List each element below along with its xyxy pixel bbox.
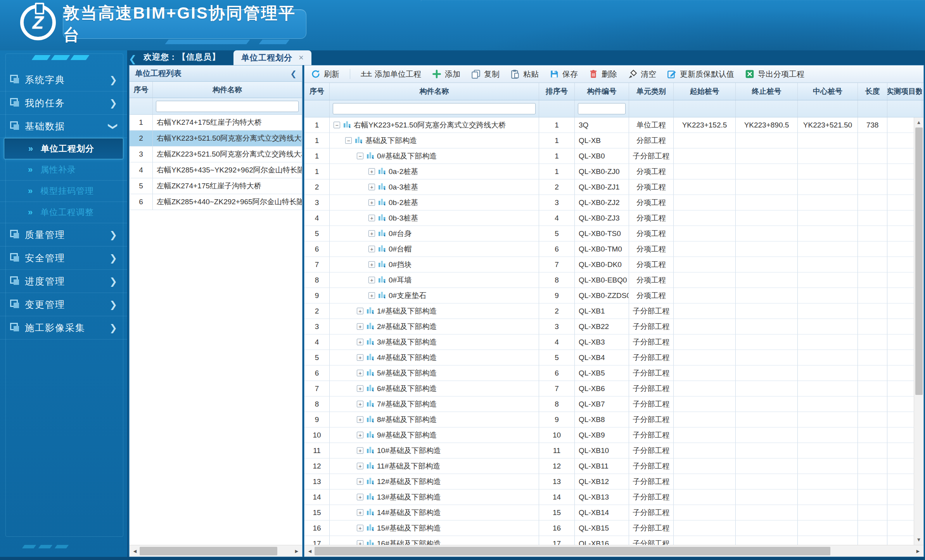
grid-column-header-终止桩号[interactable]: 终止桩号 xyxy=(736,83,798,100)
grid-column-header-序号[interactable]: 序号 xyxy=(304,83,330,100)
expand-node-icon[interactable]: + xyxy=(368,184,375,190)
grid-code-filter-input[interactable] xyxy=(578,103,626,114)
expand-node-icon[interactable]: + xyxy=(357,478,363,485)
grid-row[interactable]: 15+14#基础及下部构造15QL-XB14子分部工程 xyxy=(304,505,914,520)
left-column-header-构件名称[interactable]: 构件名称 xyxy=(153,82,302,98)
main-hscroll-thumb[interactable] xyxy=(315,547,830,555)
scroll-up-arrow-icon[interactable]: ▲ xyxy=(916,118,922,127)
grid-row[interactable]: 5+4#基础及下部构造5QL-XB4子分部工程 xyxy=(304,350,914,365)
toolbar-button-保存[interactable]: 保存 xyxy=(549,69,578,79)
expand-node-icon[interactable]: + xyxy=(357,525,363,531)
grid-row[interactable]: 17+16#基础及下部构造17QL-XB16子分部工程 xyxy=(304,536,914,545)
tab-close-icon[interactable]: × xyxy=(299,53,304,62)
toolbar-button-刷新[interactable]: 刷新 xyxy=(311,69,339,79)
grid-row[interactable]: 9+0#支座垫石9QL-XB0-ZZDS0分项工程 xyxy=(304,288,914,303)
unit-project-row[interactable]: 3左幅ZK223+521.50阿克塞分离式立交跨线大桥 xyxy=(130,146,302,162)
grid-column-header-起始桩号[interactable]: 起始桩号 xyxy=(674,83,736,100)
sidebar-item-我的任务[interactable]: 我的任务❯ xyxy=(0,91,127,115)
expand-node-icon[interactable]: + xyxy=(357,401,363,407)
vertical-scrollbar[interactable]: ▲ ▼ xyxy=(914,117,923,545)
collapse-node-icon[interactable]: − xyxy=(334,122,340,128)
grid-row[interactable]: 1+0a-2桩基1QL-XB0-ZJ0分项工程 xyxy=(304,164,914,179)
expand-node-icon[interactable]: + xyxy=(357,308,363,314)
unit-project-row[interactable]: 5左幅ZK274+175红崖子沟特大桥 xyxy=(130,178,302,194)
tab-scroll-left-icon[interactable]: ❮ xyxy=(129,54,137,64)
expand-node-icon[interactable]: + xyxy=(357,432,363,438)
sidebar-item-安全管理[interactable]: 安全管理❯ xyxy=(0,246,127,270)
collapse-node-icon[interactable]: − xyxy=(357,153,363,159)
sidebar-item-系统字典[interactable]: 系统字典❯ xyxy=(0,68,127,91)
grid-row[interactable]: 4+3#基础及下部构造4QL-XB3子分部工程 xyxy=(304,334,914,350)
toolbar-button-删除[interactable]: 删除 xyxy=(588,69,617,79)
expand-node-icon[interactable]: + xyxy=(357,385,363,392)
grid-row[interactable]: 9+8#基础及下部构造9QL-XB8子分部工程 xyxy=(304,412,914,427)
expand-node-icon[interactable]: + xyxy=(357,416,363,423)
grid-row[interactable]: 3+0b-2桩基3QL-XB0-ZJ2分项工程 xyxy=(304,195,914,210)
expand-node-icon[interactable]: + xyxy=(368,215,375,221)
grid-column-header-构件名称[interactable]: 构件名称 xyxy=(330,83,539,100)
expand-node-icon[interactable]: + xyxy=(368,230,375,237)
grid-row[interactable]: 8+0#耳墙8QL-XB0-EBQ0分项工程 xyxy=(304,272,914,288)
expand-node-icon[interactable]: + xyxy=(368,261,375,268)
grid-row[interactable]: 10+9#基础及下部构造10QL-XB9子分部工程 xyxy=(304,427,914,443)
grid-row[interactable]: 11+10#基础及下部构造11QL-XB10子分部工程 xyxy=(304,443,914,458)
sidebar-item-质量管理[interactable]: 质量管理❯ xyxy=(0,223,127,246)
expand-node-icon[interactable]: + xyxy=(357,339,363,345)
grid-row[interactable]: 4+0b-3桩基4QL-XB0-ZJ3分项工程 xyxy=(304,210,914,226)
scroll-left-arrow-icon[interactable]: ◄ xyxy=(305,548,315,554)
left-name-filter-input[interactable] xyxy=(156,101,299,112)
sidebar-item-基础数据[interactable]: 基础数据❯ xyxy=(0,115,127,138)
scroll-right-arrow-icon[interactable]: ► xyxy=(913,548,923,554)
expand-node-icon[interactable]: + xyxy=(368,199,375,206)
grid-row[interactable]: 1−基础及下部构造1QL-XB分部工程 xyxy=(304,133,914,148)
grid-column-header-中心桩号[interactable]: 中心桩号 xyxy=(798,83,858,100)
collapse-node-icon[interactable]: − xyxy=(345,137,352,144)
sidebar-item-变更管理[interactable]: 变更管理❯ xyxy=(0,293,127,316)
vscroll-thumb[interactable] xyxy=(915,128,923,395)
expand-node-icon[interactable]: + xyxy=(368,246,375,252)
grid-row[interactable]: 2+1#基础及下部构造2QL-XB1子分部工程 xyxy=(304,303,914,319)
grid-column-header-单元类别[interactable]: 单元类别 xyxy=(629,83,674,100)
grid-column-header-构件编号[interactable]: 构件编号 xyxy=(575,83,629,100)
tab-unit-project-division[interactable]: 单位工程划分 × xyxy=(233,50,311,65)
grid-row[interactable]: 3+2#基础及下部构造3QL-XB22子分部工程 xyxy=(304,319,914,334)
collapse-panel-icon[interactable]: ❮ xyxy=(290,69,297,78)
toolbar-button-导出分项工程[interactable]: 导出分项工程 xyxy=(745,69,804,79)
sidebar-item-单位工程调整[interactable]: »单位工程调整 xyxy=(0,202,127,223)
expand-node-icon[interactable]: + xyxy=(357,447,363,454)
left-column-header-序号[interactable]: 序号 xyxy=(130,82,153,98)
grid-row[interactable]: 16+15#基础及下部构造16QL-XB15子分部工程 xyxy=(304,520,914,536)
grid-row[interactable]: 2+0a-3桩基2QL-XB0-ZJ1分项工程 xyxy=(304,179,914,195)
expand-node-icon[interactable]: + xyxy=(357,540,363,545)
toolbar-button-添加单位工程[interactable]: 土土添加单位工程 xyxy=(361,69,421,79)
expand-node-icon[interactable]: + xyxy=(357,323,363,330)
unit-project-row[interactable]: 2右幅YK223+521.50阿克塞分离式立交跨线大桥 xyxy=(130,131,302,146)
toolbar-button-清空[interactable]: 清空 xyxy=(628,69,656,79)
expand-node-icon[interactable]: + xyxy=(368,168,375,175)
grid-column-header-实测项目数[interactable]: 实测项目数 xyxy=(887,83,922,100)
grid-row[interactable]: 5+0#台身5QL-XB0-TS0分项工程 xyxy=(304,226,914,241)
grid-row[interactable]: 1−右幅YK223+521.50阿克塞分离式立交跨线大桥13Q单位工程YK223… xyxy=(304,117,914,133)
grid-name-filter-input[interactable] xyxy=(333,103,536,114)
sidebar-item-模型挂码管理[interactable]: »模型挂码管理 xyxy=(0,181,127,202)
grid-row[interactable]: 8+7#基础及下部构造8QL-XB7子分部工程 xyxy=(304,396,914,412)
grid-column-header-长度[interactable]: 长度 xyxy=(858,83,887,100)
grid-row[interactable]: 7+6#基础及下部构造7QL-XB6子分部工程 xyxy=(304,381,914,396)
sidebar-item-属性补录[interactable]: »属性补录 xyxy=(0,159,127,181)
toolbar-button-复制[interactable]: 复制 xyxy=(471,69,500,79)
expand-node-icon[interactable]: + xyxy=(357,494,363,500)
toolbar-button-添加[interactable]: 添加 xyxy=(432,69,460,79)
expand-node-icon[interactable]: + xyxy=(357,354,363,361)
unit-project-row[interactable]: 6左幅ZK285+440~ZK292+965阿尔金山特长隧道 xyxy=(130,194,302,210)
expand-node-icon[interactable]: + xyxy=(368,277,375,283)
left-hscroll-thumb[interactable] xyxy=(140,547,277,555)
toolbar-button-粘贴[interactable]: 粘贴 xyxy=(510,69,539,79)
sidebar-item-进度管理[interactable]: 进度管理❯ xyxy=(0,270,127,293)
grid-row[interactable]: 12+11#基础及下部构造12QL-XB11子分部工程 xyxy=(304,458,914,474)
grid-row[interactable]: 1−0#基础及下部构造1QL-XB0子分部工程 xyxy=(304,148,914,164)
expand-node-icon[interactable]: + xyxy=(357,370,363,376)
grid-row[interactable]: 14+13#基础及下部构造14QL-XB13子分部工程 xyxy=(304,489,914,505)
unit-project-row[interactable]: 4右幅YK285+435~YK292+962阿尔金山特长隧道 xyxy=(130,162,302,178)
sidebar-item-施工影像采集[interactable]: 施工影像采集❯ xyxy=(0,316,127,339)
grid-row[interactable]: 6+0#台帽6QL-XB0-TM0分项工程 xyxy=(304,241,914,257)
